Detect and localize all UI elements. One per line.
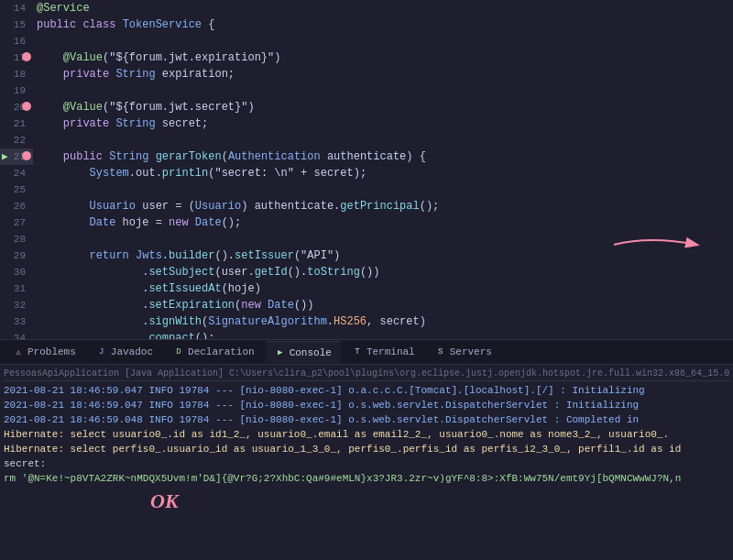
line-number: 25 [0, 181, 33, 198]
tab-label: Terminal [366, 346, 415, 357]
line-number: 22 [0, 132, 33, 148]
tab-label: Console [290, 347, 332, 358]
line-number: 34 [0, 330, 33, 339]
red-arrow-annotation [605, 231, 715, 258]
tab-bar: ⚠ProblemsJJavadocDDeclaration▶ConsoleTTe… [0, 339, 733, 365]
tab-icon: J [96, 346, 107, 357]
code-line: 34 .compact(); [0, 330, 733, 339]
code-line: 24 System.out.println("secret: \n" + sec… [0, 165, 733, 181]
code-content: public class TokenService { [33, 16, 733, 33]
tab-problems[interactable]: ⚠Problems [4, 341, 85, 363]
ok-label: OK [4, 489, 729, 513]
tab-declaration[interactable]: DDeclaration [164, 341, 264, 363]
code-content: Usuario user = (Usuario) authenticate.ge… [33, 198, 733, 214]
code-content: .setExpiration(new Date()) [33, 297, 733, 313]
line-number: 32 [0, 297, 33, 313]
code-content: private String expiration; [33, 66, 733, 82]
code-content: .compact(); [33, 330, 733, 339]
line-number: 16 [0, 33, 33, 49]
tab-icon: ⚠ [13, 346, 24, 357]
tab-label: Declaration [188, 346, 255, 357]
code-line: 21 private String secret; [0, 115, 733, 132]
tab-label: Servers [450, 346, 492, 357]
code-line: 18 private String expiration; [0, 66, 733, 82]
code-line: 27 Date hoje = new Date(); [0, 214, 733, 231]
line-number: 19 [0, 82, 33, 99]
code-line: 14@Service [0, 0, 733, 16]
tab-icon: S [435, 346, 446, 357]
console-line: rm '@N=Ke!~p8VTA2ZRK~nMDQX5Uvm!m'D&]{@Vr… [4, 471, 729, 486]
code-content: .setIssuedAt(hoje) [33, 280, 733, 297]
code-line: 31 .setIssuedAt(hoje) [0, 280, 733, 297]
code-line: 20 @Value("${forum.jwt.secret}") [0, 99, 733, 115]
tab-icon: ▶ [275, 347, 286, 358]
line-number: 23 [0, 148, 33, 165]
line-number: 14 [0, 0, 33, 16]
line-number: 21 [0, 115, 33, 132]
tab-label: Javadoc [111, 346, 153, 357]
tab-terminal[interactable]: TTerminal [343, 341, 424, 363]
console-line: 2021-08-21 18:46:59.048 INFO 19784 --- [… [4, 412, 729, 427]
line-number: 27 [0, 214, 33, 231]
line-number: 31 [0, 280, 33, 297]
code-content: Date hoje = new Date(); [33, 214, 733, 231]
console-area: PessoasApiApplication [Java Application]… [0, 365, 733, 557]
code-content: @Service [33, 0, 733, 16]
code-content: @Value("${forum.jwt.secret}") [33, 99, 733, 115]
console-line: 2021-08-21 18:46:59.047 INFO 19784 --- [… [4, 398, 729, 412]
line-number: 24 [0, 165, 33, 181]
console-line: 2021-08-21 18:46:59.047 INFO 19784 --- [… [4, 383, 729, 398]
console-line: Hibernate: select perfis0_.usuario_id as… [4, 442, 729, 456]
line-number: 20 [0, 99, 33, 115]
line-number: 18 [0, 66, 33, 82]
tab-javadoc[interactable]: JJavadoc [87, 341, 162, 363]
code-line: 17 @Value("${forum.jwt.expiration}") [0, 49, 733, 66]
code-content: @Value("${forum.jwt.expiration}") [33, 49, 733, 66]
code-line: 32 .setExpiration(new Date()) [0, 297, 733, 313]
console-line: secret: [4, 456, 729, 471]
code-line: 22 [0, 132, 733, 148]
tab-console[interactable]: ▶Console [266, 341, 341, 363]
line-number: 29 [0, 247, 33, 264]
code-content: System.out.println("secret: \n" + secret… [33, 165, 733, 181]
code-line: 26 Usuario user = (Usuario) authenticate… [0, 198, 733, 214]
code-content: .setSubject(user.getId().toString()) [33, 264, 733, 280]
tab-servers[interactable]: SServers [426, 341, 501, 363]
code-line: 33 .signWith(SignatureAlgorithm.HS256, s… [0, 313, 733, 330]
tab-icon: T [352, 346, 363, 357]
line-number: 26 [0, 198, 33, 214]
tab-icon: D [173, 346, 184, 357]
code-line: 23 public String gerarToken(Authenticati… [0, 148, 733, 165]
line-number: 30 [0, 264, 33, 280]
code-line: 15public class TokenService { [0, 16, 733, 33]
code-line: 25 [0, 181, 733, 198]
editor-container: 14@Service15public class TokenService {1… [0, 0, 733, 339]
tab-label: Problems [27, 346, 76, 357]
code-line: 16 [0, 33, 733, 49]
code-line: 30 .setSubject(user.getId().toString()) [0, 264, 733, 280]
code-content: .signWith(SignatureAlgorithm.HS256, secr… [33, 313, 733, 330]
console-line: Hibernate: select usuario0_.id as id1_2_… [4, 427, 729, 442]
console-header: PessoasApiApplication [Java Application]… [4, 367, 729, 381]
line-number: 15 [0, 16, 33, 33]
line-number: 33 [0, 313, 33, 330]
code-content: private String secret; [33, 115, 733, 132]
line-number: 28 [0, 231, 33, 247]
line-number: 17 [0, 49, 33, 66]
code-content: public String gerarToken(Authentication … [33, 148, 733, 165]
code-line: 19 [0, 82, 733, 99]
